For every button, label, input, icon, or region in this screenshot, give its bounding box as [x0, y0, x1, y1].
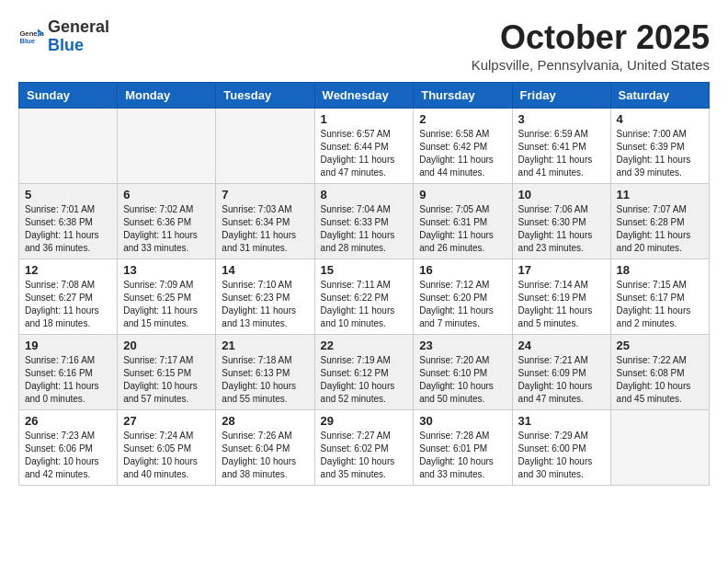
calendar-week-row: 1Sunrise: 6:57 AM Sunset: 6:44 PM Daylig… [19, 109, 710, 184]
calendar-cell: 31Sunrise: 7:29 AM Sunset: 6:00 PM Dayli… [512, 410, 610, 486]
calendar-cell: 9Sunrise: 7:05 AM Sunset: 6:31 PM Daylig… [414, 184, 512, 259]
calendar-cell: 20Sunrise: 7:17 AM Sunset: 6:15 PM Dayli… [118, 335, 216, 410]
day-info: Sunrise: 6:58 AM Sunset: 6:42 PM Dayligh… [419, 128, 506, 179]
day-number: 1 [321, 112, 408, 126]
day-number: 2 [419, 112, 506, 126]
day-number: 8 [321, 188, 408, 201]
day-number: 15 [321, 263, 408, 277]
month-title: October 2025 [472, 18, 710, 57]
day-info: Sunrise: 7:11 AM Sunset: 6:22 PM Dayligh… [321, 279, 408, 330]
day-number: 7 [222, 188, 308, 201]
day-info: Sunrise: 7:12 AM Sunset: 6:20 PM Dayligh… [419, 279, 506, 330]
calendar-cell: 12Sunrise: 7:08 AM Sunset: 6:27 PM Dayli… [19, 259, 118, 335]
day-info: Sunrise: 7:18 AM Sunset: 6:13 PM Dayligh… [222, 354, 308, 406]
calendar-cell: 26Sunrise: 7:23 AM Sunset: 6:06 PM Dayli… [19, 410, 118, 486]
weekday-header-monday: Monday [118, 83, 216, 109]
day-info: Sunrise: 7:22 AM Sunset: 6:08 PM Dayligh… [617, 354, 703, 406]
day-info: Sunrise: 7:16 AM Sunset: 6:16 PM Dayligh… [25, 354, 111, 406]
day-number: 22 [321, 339, 408, 352]
day-number: 12 [25, 263, 111, 277]
day-number: 30 [419, 414, 506, 428]
day-info: Sunrise: 7:28 AM Sunset: 6:01 PM Dayligh… [419, 430, 506, 481]
header: General Blue General Blue October 2025 K… [18, 18, 710, 73]
day-info: Sunrise: 6:57 AM Sunset: 6:44 PM Dayligh… [321, 128, 408, 179]
day-number: 14 [222, 263, 308, 277]
day-info: Sunrise: 7:27 AM Sunset: 6:02 PM Dayligh… [321, 430, 408, 481]
calendar-cell: 24Sunrise: 7:21 AM Sunset: 6:09 PM Dayli… [512, 335, 610, 410]
weekday-header-row: SundayMondayTuesdayWednesdayThursdayFrid… [19, 83, 710, 109]
day-info: Sunrise: 7:00 AM Sunset: 6:39 PM Dayligh… [617, 128, 703, 179]
day-info: Sunrise: 7:06 AM Sunset: 6:30 PM Dayligh… [518, 203, 605, 255]
day-info: Sunrise: 7:01 AM Sunset: 6:38 PM Dayligh… [25, 203, 111, 255]
calendar-cell: 3Sunrise: 6:59 AM Sunset: 6:41 PM Daylig… [512, 109, 610, 184]
calendar-cell: 18Sunrise: 7:15 AM Sunset: 6:17 PM Dayli… [610, 259, 709, 335]
day-number: 5 [25, 188, 111, 201]
weekday-header-saturday: Saturday [610, 83, 709, 109]
day-info: Sunrise: 7:23 AM Sunset: 6:06 PM Dayligh… [25, 430, 111, 481]
calendar-cell: 29Sunrise: 7:27 AM Sunset: 6:02 PM Dayli… [314, 410, 414, 486]
svg-text:Blue: Blue [19, 37, 35, 45]
day-info: Sunrise: 6:59 AM Sunset: 6:41 PM Dayligh… [518, 128, 605, 179]
calendar-cell: 28Sunrise: 7:26 AM Sunset: 6:04 PM Dayli… [216, 410, 314, 486]
calendar-cell [610, 410, 709, 486]
calendar-cell: 23Sunrise: 7:20 AM Sunset: 6:10 PM Dayli… [414, 335, 512, 410]
weekday-header-sunday: Sunday [19, 83, 118, 109]
day-number: 31 [518, 414, 605, 428]
calendar-cell: 4Sunrise: 7:00 AM Sunset: 6:39 PM Daylig… [610, 109, 709, 184]
logo: General Blue General Blue [18, 18, 109, 55]
calendar-cell: 6Sunrise: 7:02 AM Sunset: 6:36 PM Daylig… [118, 184, 216, 259]
calendar-cell: 16Sunrise: 7:12 AM Sunset: 6:20 PM Dayli… [414, 259, 512, 335]
calendar-week-row: 5Sunrise: 7:01 AM Sunset: 6:38 PM Daylig… [19, 184, 710, 259]
day-number: 19 [25, 339, 111, 352]
day-number: 18 [617, 263, 703, 277]
calendar-cell: 2Sunrise: 6:58 AM Sunset: 6:42 PM Daylig… [414, 109, 512, 184]
calendar-cell: 7Sunrise: 7:03 AM Sunset: 6:34 PM Daylig… [216, 184, 314, 259]
calendar: SundayMondayTuesdayWednesdayThursdayFrid… [18, 82, 710, 486]
calendar-cell: 19Sunrise: 7:16 AM Sunset: 6:16 PM Dayli… [19, 335, 118, 410]
day-info: Sunrise: 7:04 AM Sunset: 6:33 PM Dayligh… [321, 203, 408, 255]
logo-icon: General Blue [18, 24, 44, 50]
day-info: Sunrise: 7:19 AM Sunset: 6:12 PM Dayligh… [321, 354, 408, 406]
day-info: Sunrise: 7:09 AM Sunset: 6:25 PM Dayligh… [123, 279, 210, 330]
day-number: 11 [617, 188, 703, 201]
calendar-cell: 15Sunrise: 7:11 AM Sunset: 6:22 PM Dayli… [314, 259, 414, 335]
calendar-cell: 5Sunrise: 7:01 AM Sunset: 6:38 PM Daylig… [19, 184, 118, 259]
day-info: Sunrise: 7:26 AM Sunset: 6:04 PM Dayligh… [222, 430, 308, 481]
day-number: 6 [123, 188, 210, 201]
day-number: 27 [123, 414, 210, 428]
calendar-week-row: 12Sunrise: 7:08 AM Sunset: 6:27 PM Dayli… [19, 259, 710, 335]
calendar-cell: 21Sunrise: 7:18 AM Sunset: 6:13 PM Dayli… [216, 335, 314, 410]
day-number: 13 [123, 263, 210, 277]
day-number: 21 [222, 339, 308, 352]
location: Kulpsville, Pennsylvania, United States [472, 57, 710, 73]
day-info: Sunrise: 7:24 AM Sunset: 6:05 PM Dayligh… [123, 430, 210, 481]
calendar-cell: 8Sunrise: 7:04 AM Sunset: 6:33 PM Daylig… [314, 184, 414, 259]
calendar-cell: 17Sunrise: 7:14 AM Sunset: 6:19 PM Dayli… [512, 259, 610, 335]
weekday-header-tuesday: Tuesday [216, 83, 314, 109]
day-info: Sunrise: 7:10 AM Sunset: 6:23 PM Dayligh… [222, 279, 308, 330]
logo-blue-text: Blue [48, 36, 84, 54]
weekday-header-thursday: Thursday [414, 83, 512, 109]
calendar-cell [118, 109, 216, 184]
day-number: 10 [518, 188, 605, 201]
day-info: Sunrise: 7:29 AM Sunset: 6:00 PM Dayligh… [518, 430, 605, 481]
calendar-cell [216, 109, 314, 184]
day-info: Sunrise: 7:03 AM Sunset: 6:34 PM Dayligh… [222, 203, 308, 255]
calendar-cell: 25Sunrise: 7:22 AM Sunset: 6:08 PM Dayli… [610, 335, 709, 410]
day-number: 3 [518, 112, 605, 126]
calendar-cell: 10Sunrise: 7:06 AM Sunset: 6:30 PM Dayli… [512, 184, 610, 259]
calendar-cell: 13Sunrise: 7:09 AM Sunset: 6:25 PM Dayli… [118, 259, 216, 335]
day-number: 28 [222, 414, 308, 428]
calendar-cell: 22Sunrise: 7:19 AM Sunset: 6:12 PM Dayli… [314, 335, 414, 410]
weekday-header-friday: Friday [512, 83, 610, 109]
day-number: 25 [617, 339, 703, 352]
calendar-cell: 11Sunrise: 7:07 AM Sunset: 6:28 PM Dayli… [610, 184, 709, 259]
weekday-header-wednesday: Wednesday [314, 83, 414, 109]
calendar-week-row: 26Sunrise: 7:23 AM Sunset: 6:06 PM Dayli… [19, 410, 710, 486]
day-number: 29 [321, 414, 408, 428]
day-info: Sunrise: 7:17 AM Sunset: 6:15 PM Dayligh… [123, 354, 210, 406]
calendar-week-row: 19Sunrise: 7:16 AM Sunset: 6:16 PM Dayli… [19, 335, 710, 410]
calendar-cell: 14Sunrise: 7:10 AM Sunset: 6:23 PM Dayli… [216, 259, 314, 335]
day-number: 9 [419, 188, 506, 201]
day-info: Sunrise: 7:21 AM Sunset: 6:09 PM Dayligh… [518, 354, 605, 406]
